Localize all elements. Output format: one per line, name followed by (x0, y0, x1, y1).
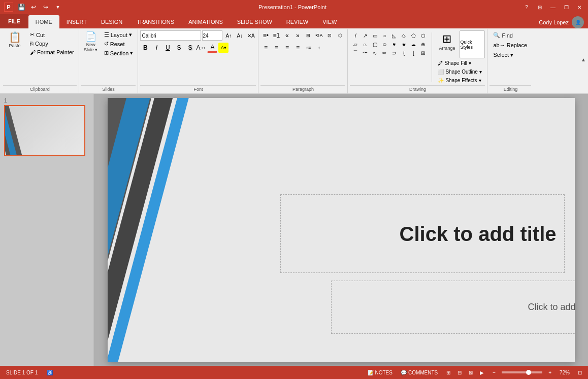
shape-cloud[interactable]: ☁ (409, 40, 418, 48)
clear-format-button[interactable]: ✕A (246, 30, 256, 41)
align-left-button[interactable]: ≡ (260, 43, 271, 53)
zoom-in-button[interactable]: + (546, 369, 553, 376)
align-center-button[interactable]: ≡ (271, 43, 281, 53)
shape-smiley[interactable]: ☺ (380, 40, 389, 48)
zoom-percent[interactable]: 72% (558, 369, 572, 376)
line-spacing-button[interactable]: ↕≡ (303, 43, 313, 53)
smartart-button[interactable]: ⬡ (335, 30, 345, 41)
find-button[interactable]: 🔍 Find (489, 30, 531, 40)
layout-button[interactable]: ☰ Layout ▾ (102, 30, 136, 39)
paste-button[interactable]: 📋 Paste (3, 30, 26, 50)
italic-button[interactable]: I (151, 43, 161, 53)
shape-freeform[interactable]: ∿ (370, 49, 379, 57)
shape-pentagon[interactable]: ⬠ (409, 31, 418, 40)
arrange-button[interactable]: ⊞ Arrange (435, 30, 459, 58)
shape-right-triangle[interactable]: ◺ (389, 31, 399, 40)
save-qa-button[interactable]: 💾 (16, 2, 26, 12)
text-dir-button[interactable]: ⟲A (314, 30, 324, 41)
zoom-out-button[interactable]: − (491, 369, 498, 376)
comments-button[interactable]: 💬 COMMENTS (399, 369, 440, 376)
font-color-button[interactable]: A (207, 43, 217, 53)
notes-button[interactable]: 📝 NOTES (366, 369, 395, 376)
shape-outline-button[interactable]: ⬜ Shape Outline ▾ (435, 68, 485, 76)
shape-chevron[interactable]: ⊃ (389, 49, 399, 57)
shape-parallelogram[interactable]: ▱ (351, 40, 360, 48)
fit-button[interactable]: ⊡ (576, 369, 584, 376)
shape-trapezoid[interactable]: ⏢ (361, 40, 370, 48)
font-size-input[interactable] (202, 30, 222, 41)
shape-effects-button[interactable]: ✨ Shape Effects ▾ (435, 77, 485, 84)
slideshow-button[interactable]: ▶ (477, 368, 486, 377)
shape-scroll[interactable]: ⊞ (418, 49, 428, 57)
tab-file[interactable]: FILE (0, 14, 28, 28)
tab-home[interactable]: HOME (28, 15, 59, 28)
section-button[interactable]: ⊞ Section ▾ (102, 49, 136, 57)
subtitle-placeholder[interactable]: Click to add subtitle (331, 281, 575, 334)
tab-slideshow[interactable]: SLIDE SHOW (230, 15, 279, 28)
indent-inc-button[interactable]: » (292, 30, 303, 41)
customize-qa-button[interactable]: ▼ (53, 2, 63, 12)
slide-sorter-button[interactable]: ⊟ (455, 368, 464, 377)
ribbon-collapse-button[interactable]: ▲ (581, 57, 586, 62)
quick-styles-button[interactable]: Quick Styles (460, 30, 485, 58)
shape-circle[interactable]: ○ (380, 31, 389, 40)
shape-diamond[interactable]: ◇ (399, 31, 408, 40)
para-spacing-button[interactable]: ↕ (314, 43, 324, 53)
title-placeholder[interactable]: Click to add title (280, 194, 565, 273)
tab-view[interactable]: VIEW (315, 15, 344, 28)
redo-qa-button[interactable]: ↪ (41, 2, 51, 12)
char-spacing-button[interactable]: A↔ (196, 43, 206, 53)
select-button[interactable]: Select ▾ (489, 50, 531, 60)
indent-dec-button[interactable]: « (282, 30, 292, 41)
highlight-button[interactable]: A▾ (218, 43, 228, 53)
restore-button[interactable]: ❐ (562, 3, 571, 12)
reset-button[interactable]: ↺ Reset (102, 40, 136, 48)
shape-more[interactable]: ⊕ (418, 40, 428, 48)
replace-button[interactable]: ab→ Replace (489, 41, 531, 50)
font-name-input[interactable] (140, 30, 201, 41)
minimize-button[interactable]: — (548, 3, 558, 12)
align-right-button[interactable]: ≡ (282, 43, 292, 53)
decrease-font-button[interactable]: A↓ (235, 30, 245, 41)
reading-view-button[interactable]: ⊠ (466, 368, 475, 377)
shape-arrow-line[interactable]: ↗ (361, 31, 370, 40)
shape-arc[interactable]: ⌒ (351, 49, 360, 57)
slide-thumbnail[interactable] (4, 105, 85, 156)
justify-button[interactable]: ≡ (292, 43, 303, 53)
accessibility-button[interactable]: ♿ (45, 369, 55, 376)
tab-insert[interactable]: INSERT (59, 15, 94, 28)
shape-brace[interactable]: { (399, 49, 408, 57)
shape-star[interactable]: ★ (399, 40, 408, 48)
shape-fill-button[interactable]: 🖍 Shape Fill ▾ (435, 59, 485, 67)
shape-line[interactable]: / (351, 31, 360, 40)
col-sep-button[interactable]: ⊞ (303, 30, 313, 41)
shape-hexagon[interactable]: ⬡ (418, 31, 428, 40)
tab-review[interactable]: REVIEW (279, 15, 315, 28)
align-text-button[interactable]: ⊡ (324, 30, 335, 41)
shape-scribble[interactable]: ✏ (380, 49, 389, 57)
slide-thumbnail-wrapper[interactable]: 1 (4, 98, 89, 156)
close-button[interactable]: ✕ (575, 3, 584, 12)
shape-bracket[interactable]: [ (409, 49, 418, 57)
bullets-button[interactable]: ≡• (260, 30, 271, 41)
slide-canvas[interactable]: Click to add title Click to add subtitle (108, 98, 575, 362)
normal-view-button[interactable]: ⊞ (444, 368, 453, 377)
shape-rect[interactable]: ▭ (370, 31, 379, 40)
shape-heart[interactable]: ♥ (389, 40, 399, 48)
new-slide-button[interactable]: 📄 NewSlide ▾ (81, 30, 101, 54)
strikethrough-button[interactable]: S (174, 43, 184, 53)
copy-button[interactable]: ⎘ Copy (27, 40, 77, 48)
shape-rounded-rect[interactable]: ▢ (370, 40, 379, 48)
tab-transitions[interactable]: TRANSITIONS (129, 15, 181, 28)
shape-curve[interactable]: 〜 (361, 49, 370, 57)
help-button[interactable]: ? (522, 3, 531, 12)
cut-button[interactable]: ✂ Cut (27, 30, 77, 39)
ribbon-options-button[interactable]: ⊟ (535, 3, 544, 12)
numbering-button[interactable]: ≡1 (271, 30, 281, 41)
tab-animations[interactable]: ANIMATIONS (181, 15, 230, 28)
bold-button[interactable]: B (140, 43, 150, 53)
zoom-slider[interactable] (502, 371, 542, 373)
undo-qa-button[interactable]: ↩ (28, 2, 39, 12)
increase-font-button[interactable]: A↑ (223, 30, 234, 41)
format-painter-button[interactable]: 🖌 Format Painter (27, 48, 77, 56)
